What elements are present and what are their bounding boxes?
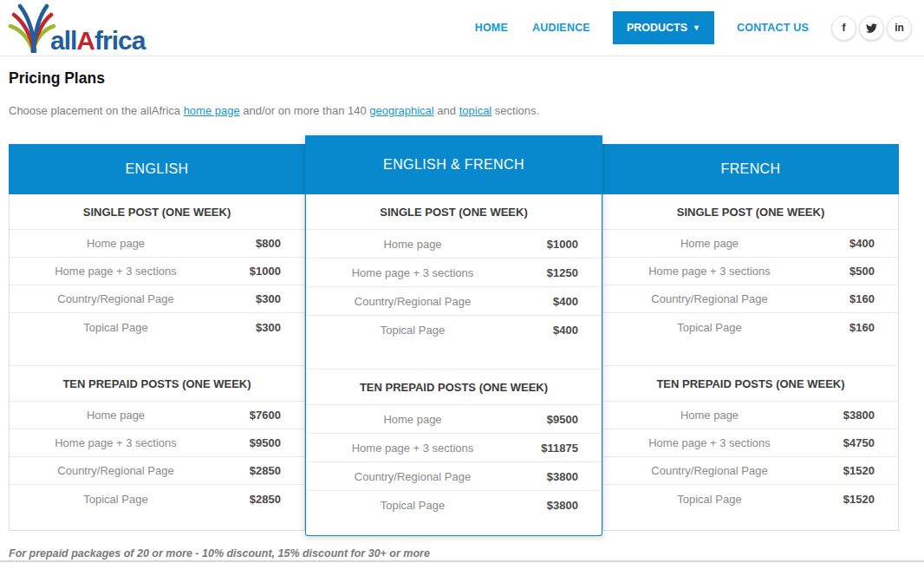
price-row: Country/Regional Page$400 (306, 287, 602, 316)
price-row-label: Home page (603, 409, 816, 422)
column-bottom-spacer (10, 513, 304, 530)
price-row: Home page$3800 (603, 402, 898, 429)
price-row-value: $1520 (816, 464, 898, 477)
nav-audience[interactable]: AUDIENCE (532, 22, 590, 34)
price-row: Home page + 3 sections$1000 (10, 258, 304, 285)
top-navigation-bar: allAfrica HOME AUDIENCE PRODUCTS▼ CONTAC… (0, 0, 924, 56)
price-row: Topical Page$1520 (603, 485, 898, 513)
price-row-label: Home page (10, 409, 222, 422)
nav-home[interactable]: HOME (475, 22, 508, 34)
section-spacer (603, 341, 898, 366)
price-row-label: Home page (10, 237, 222, 250)
price-row-label: Home page + 3 sections (306, 266, 519, 279)
price-row-value: $9500 (222, 436, 304, 449)
facebook-icon[interactable]: f (831, 16, 856, 41)
pricing-column-header: ENGLISH (9, 144, 305, 194)
section-title: TEN PREPAID POSTS (ONE WEEK) (306, 370, 602, 405)
price-row-value: $500 (816, 265, 898, 278)
price-row-value: $160 (816, 292, 898, 305)
price-row-label: Home page (306, 238, 519, 251)
price-row-label: Home page + 3 sections (306, 442, 519, 455)
price-row: Topical Page$2850 (10, 485, 304, 513)
section-spacer (10, 341, 304, 366)
price-row: Home page + 3 sections$9500 (10, 429, 304, 457)
pricing-column-english-french: ENGLISH & FRENCHSINGLE POST (ONE WEEK)Ho… (305, 135, 602, 536)
footer-divider (0, 560, 924, 562)
price-row-value: $11875 (519, 442, 602, 455)
pricing-column-header: ENGLISH & FRENCH (305, 135, 602, 194)
allafrica-logo[interactable]: allAfrica (7, 3, 145, 53)
intro-text: Choose placement on the allAfrica home p… (9, 104, 915, 117)
price-row-value: $400 (519, 295, 602, 308)
section-title: SINGLE POST (ONE WEEK) (603, 194, 898, 230)
intro-segment: and/or on more than 140 (240, 104, 370, 117)
pricing-column-header: FRENCH (602, 144, 899, 194)
price-row-value: $160 (816, 321, 898, 334)
price-row-label: Topical Page (10, 321, 222, 334)
price-row-value: $1000 (222, 265, 304, 278)
nav-products[interactable]: PRODUCTS▼ (613, 11, 714, 44)
price-row: Home page$1000 (306, 230, 602, 259)
intro-segment: and (434, 104, 459, 117)
price-row: Topical Page$400 (306, 316, 602, 344)
main-nav: HOME AUDIENCE PRODUCTS▼ CONTACT US f in (463, 11, 912, 44)
column-bottom-spacer (603, 513, 898, 530)
price-row-value: $300 (222, 292, 304, 305)
intro-segment: Choose placement on the allAfrica (9, 104, 184, 117)
price-row: Home page$400 (603, 230, 898, 258)
price-row: Home page$9500 (306, 405, 602, 434)
price-row-label: Country/Regional Page (306, 470, 519, 483)
price-row-value: $400 (816, 237, 898, 250)
price-row-label: Topical Page (306, 324, 519, 337)
price-row: Country/Regional Page$1520 (603, 457, 898, 485)
price-row: Country/Regional Page$300 (10, 285, 304, 313)
price-row-label: Topical Page (603, 321, 816, 334)
price-row-value: $2850 (222, 464, 304, 477)
price-row-value: $400 (519, 324, 602, 337)
price-row-value: $3800 (519, 499, 602, 512)
price-row-label: Country/Regional Page (603, 464, 816, 477)
price-row-value: $3800 (816, 409, 898, 422)
intro-segment: sections. (491, 104, 539, 117)
section-spacer (306, 344, 602, 370)
price-row: Home page + 3 sections$1250 (306, 259, 602, 287)
geographical-link[interactable]: geographical (369, 104, 433, 117)
topical-link[interactable]: topical (459, 104, 492, 117)
price-row: Country/Regional Page$160 (603, 285, 898, 313)
price-row: Home page + 3 sections$4750 (603, 429, 898, 457)
price-row-value: $4750 (816, 436, 898, 449)
price-row-label: Home page + 3 sections (10, 436, 222, 449)
pricing-table: ENGLISHSINGLE POST (ONE WEEK)Home page$8… (9, 135, 915, 536)
linkedin-icon[interactable]: in (887, 16, 912, 41)
price-row-label: Topical Page (10, 493, 222, 506)
home-page-link[interactable]: home page (184, 104, 240, 117)
section-title: SINGLE POST (ONE WEEK) (10, 194, 304, 230)
twitter-bird-icon (866, 23, 877, 34)
price-row: Home page$7600 (10, 402, 304, 429)
price-row: Country/Regional Page$2850 (10, 457, 304, 485)
price-row-label: Home page + 3 sections (603, 265, 816, 278)
nav-products-label: PRODUCTS (627, 22, 687, 34)
price-row: Country/Regional Page$3800 (306, 462, 602, 491)
price-row: Home page$800 (10, 230, 304, 258)
twitter-icon[interactable] (859, 16, 884, 41)
price-row-value: $800 (222, 237, 304, 250)
price-row-label: Home page (306, 413, 519, 426)
discount-footnote: For prepaid packages of 20 or more - 10%… (9, 547, 915, 560)
price-row-value: $1250 (519, 266, 602, 279)
price-row-value: $1000 (519, 238, 602, 251)
price-row-label: Country/Regional Page (306, 295, 519, 308)
social-links: f in (831, 16, 912, 41)
column-bottom-spacer (306, 520, 602, 535)
content-area: Pricing Plans Choose placement on the al… (0, 69, 924, 560)
page-title: Pricing Plans (9, 69, 915, 88)
price-row-value: $7600 (222, 409, 304, 422)
nav-contact-us[interactable]: CONTACT US (737, 22, 809, 34)
allafrica-logo-text: allAfrica (50, 29, 145, 54)
price-row-value: $9500 (519, 413, 602, 426)
chevron-down-icon: ▼ (693, 24, 700, 32)
price-row-label: Home page + 3 sections (10, 265, 222, 278)
price-row-label: Country/Regional Page (10, 464, 222, 477)
section-title: TEN PREPAID POSTS (ONE WEEK) (10, 366, 304, 402)
price-row-label: Topical Page (306, 499, 519, 512)
